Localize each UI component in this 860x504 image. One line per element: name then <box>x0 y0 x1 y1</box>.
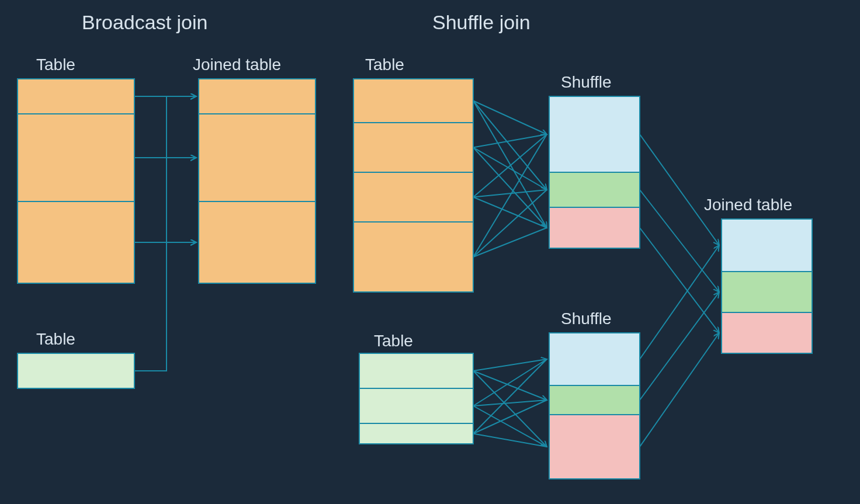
shuffle-tableA-row-2 <box>353 172 473 222</box>
broadcast-joined-label: Joined table <box>193 55 281 74</box>
broadcast-joined-row-0 <box>199 79 315 114</box>
shuffle-2-label: Shuffle <box>561 310 612 328</box>
shuffle-block2-row-2 <box>549 415 640 479</box>
broadcast-tableA-row-0 <box>18 79 134 114</box>
edge-s2-J-0 <box>640 245 719 359</box>
edge-A-s1-0-2 <box>473 101 547 228</box>
shuffle-tableA-row-0 <box>353 79 473 123</box>
shuffle-tableA-row-3 <box>353 222 473 292</box>
edge-B-s2-2-0 <box>473 359 547 434</box>
shuffle-block2-row-0 <box>549 333 640 385</box>
shuffle-joined-row-2 <box>722 312 812 353</box>
shuffle-block1-row-0 <box>549 96 640 172</box>
broadcast-tableA-row-2 <box>18 201 134 283</box>
edge-A-s1-0-0 <box>473 101 547 135</box>
broadcast-title: Broadcast join <box>82 11 207 33</box>
shuffle-1-label: Shuffle <box>561 73 612 91</box>
shuffle-tableB-row-1 <box>359 388 473 423</box>
edge-A-s1-3-2 <box>473 228 547 257</box>
broadcast-tableB-row <box>18 353 134 388</box>
shuffle-block1-row-2 <box>549 207 640 248</box>
edge-s1-J-2 <box>640 228 719 333</box>
broadcast-stem <box>134 96 167 371</box>
shuffle-title: Shuffle join <box>432 11 530 33</box>
broadcast-joined-row-2 <box>199 201 315 283</box>
edge-s2-J-2 <box>640 333 719 447</box>
shuffle-joined-label: Joined table <box>704 196 792 214</box>
shuffle-tableB-label: Table <box>374 332 413 350</box>
edge-s1-J-0 <box>640 134 719 245</box>
broadcast-tableA-row-1 <box>18 114 134 201</box>
shuffle-tableA-row-1 <box>353 123 473 172</box>
broadcast-joined-row-1 <box>199 114 315 201</box>
diagram: Broadcast join Shuffle join Table Joined… <box>0 0 860 504</box>
shuffle-tableB-row-0 <box>359 353 473 388</box>
shuffle-block1-row-1 <box>549 172 640 207</box>
shuffle-tableA-label: Table <box>365 55 404 74</box>
broadcast-tableB-label: Table <box>36 330 75 348</box>
broadcast-tableA-label: Table <box>36 55 75 74</box>
shuffle-joined-row-1 <box>722 272 812 312</box>
shuffle-joined-row-0 <box>722 219 812 272</box>
edge-B-s2-0-0 <box>473 359 547 371</box>
edge-s2-J-1 <box>640 292 719 400</box>
shuffle-tableB-row-2 <box>359 423 473 444</box>
shuffle-block2-row-1 <box>549 385 640 415</box>
